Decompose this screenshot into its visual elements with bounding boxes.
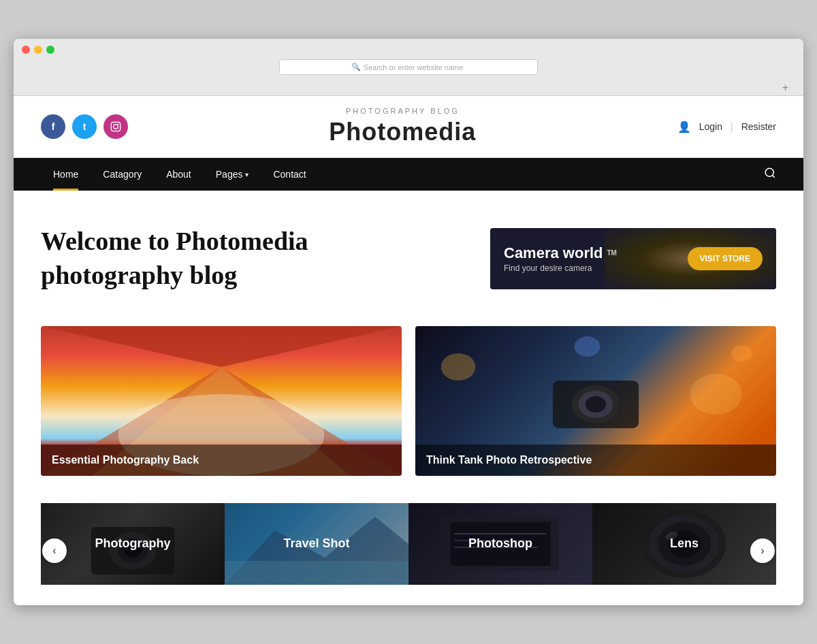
category-item[interactable]: Photoshop <box>408 503 592 585</box>
slider-prev-button[interactable]: ‹ <box>42 538 67 563</box>
auth-divider: | <box>731 121 733 132</box>
hero-text: Welcome to Photomedia photography blog <box>41 225 463 292</box>
category-overlay: Photoshop <box>408 503 592 585</box>
svg-point-1 <box>114 125 118 129</box>
visit-store-button[interactable]: VISIT STORE <box>688 247 763 270</box>
login-link[interactable]: Login <box>699 121 722 132</box>
articles-grid: Essential Photography Back <box>41 326 776 476</box>
svg-point-12 <box>731 345 752 361</box>
instagram-icon[interactable] <box>103 114 128 139</box>
register-link[interactable]: Resister <box>741 121 776 132</box>
browser-chrome: 🔍 Search or enter website name + <box>14 39 803 96</box>
category-section: ‹ Photography <box>14 496 803 605</box>
banner-content: Camera world TM Find your desire camera <box>504 244 617 273</box>
svg-point-3 <box>765 168 773 176</box>
article-overlay: Essential Photography Back <box>41 445 402 476</box>
site-content: f t Photography blog Photomedia 👤 Login … <box>14 96 803 605</box>
nav-about[interactable]: About <box>154 158 204 191</box>
svg-point-16 <box>586 396 606 413</box>
header-auth: 👤 Login | Resister <box>677 120 776 133</box>
article-title: Think Tank Photo Retrospective <box>426 454 765 466</box>
category-item[interactable]: Lens <box>592 503 776 585</box>
facebook-icon[interactable]: f <box>41 114 65 139</box>
category-overlay: Travel Shot <box>225 503 408 585</box>
site-header: f t Photography blog Photomedia 👤 Login … <box>14 96 803 158</box>
articles-section: Essential Photography Back <box>14 312 803 496</box>
close-button[interactable] <box>22 46 30 54</box>
category-label: Lens <box>670 536 699 551</box>
hero-banner: Camera world TM Find your desire camera … <box>490 228 776 289</box>
banner-subtitle: Find your desire camera <box>504 263 617 273</box>
svg-line-4 <box>772 175 774 177</box>
svg-rect-0 <box>111 122 120 131</box>
search-icon[interactable] <box>764 167 776 182</box>
banner-title: Camera world TM <box>504 244 617 262</box>
category-label: Travel Shot <box>283 536 349 551</box>
maximize-button[interactable] <box>46 46 54 54</box>
twitter-icon[interactable]: t <box>72 114 97 139</box>
svg-point-11 <box>574 336 600 357</box>
svg-point-10 <box>690 374 742 415</box>
address-text: Search or enter website name <box>364 63 464 71</box>
main-nav: Home Catagory About Pages ▾ Contact <box>14 158 803 191</box>
category-slider: Photography Travel Shot <box>41 503 776 585</box>
nav-category[interactable]: Catagory <box>91 158 154 191</box>
category-item[interactable]: Travel Shot <box>225 503 408 585</box>
nav-links: Home Catagory About Pages ▾ Contact <box>41 158 319 191</box>
nav-pages[interactable]: Pages ▾ <box>204 158 261 191</box>
user-icon: 👤 <box>677 120 691 133</box>
category-overlay: Lens <box>592 503 776 585</box>
svg-point-2 <box>118 124 119 125</box>
article-title: Essential Photography Back <box>52 454 391 466</box>
header-tagline: Photography blog <box>329 107 476 115</box>
article-card[interactable]: Think Tank Photo Retrospective <box>415 326 776 476</box>
category-overlay: Photography <box>41 503 225 585</box>
social-icons: f t <box>41 114 128 139</box>
browser-buttons <box>22 46 795 54</box>
category-item[interactable]: Photography <box>41 503 225 585</box>
slider-next-button[interactable]: › <box>750 538 775 563</box>
hero-title: Welcome to Photomedia photography blog <box>41 225 327 292</box>
search-icon: 🔍 <box>351 63 361 71</box>
header-center: Photography blog Photomedia <box>329 107 476 146</box>
chevron-down-icon: ▾ <box>245 171 249 178</box>
nav-contact[interactable]: Contact <box>261 158 318 191</box>
category-label: Photography <box>95 536 171 551</box>
banner-tm: TM <box>607 249 617 257</box>
article-card[interactable]: Essential Photography Back <box>41 326 402 476</box>
nav-home[interactable]: Home <box>41 158 91 191</box>
svg-marker-5 <box>41 326 402 367</box>
article-overlay: Think Tank Photo Retrospective <box>415 445 776 476</box>
address-bar[interactable]: 🔍 Search or enter website name <box>279 59 538 75</box>
svg-point-9 <box>441 353 475 381</box>
browser-window: 🔍 Search or enter website name + f t Pho… <box>14 39 803 605</box>
site-title: Photomedia <box>329 118 476 146</box>
add-tab-button[interactable]: + <box>778 80 792 95</box>
tab-bar: + <box>22 80 795 95</box>
category-label: Photoshop <box>468 536 532 551</box>
minimize-button[interactable] <box>34 46 42 54</box>
hero-section: Welcome to Photomedia photography blog C… <box>14 191 803 312</box>
